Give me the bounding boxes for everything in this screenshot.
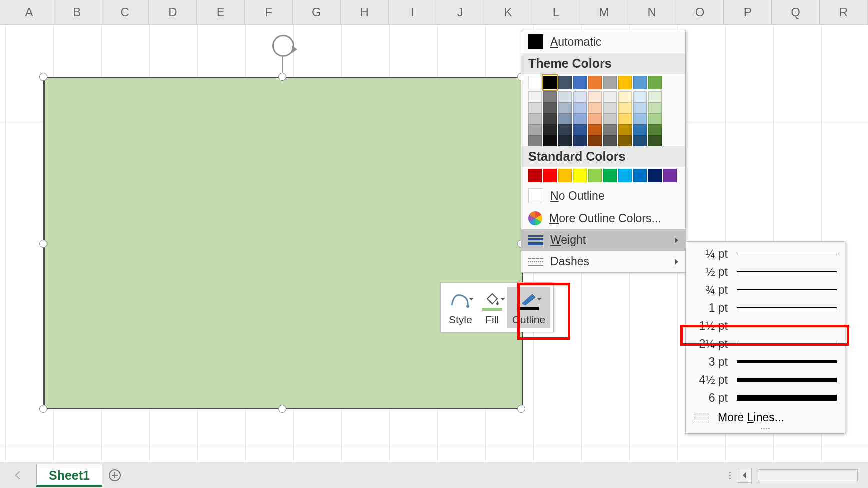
dashes-submenu-item[interactable]: Dashes [521,251,685,272]
color-swatch[interactable] [648,114,662,124]
color-swatch[interactable] [618,92,632,102]
color-swatch[interactable] [603,169,617,182]
col-header[interactable]: C [101,0,149,24]
color-swatch[interactable] [588,169,602,182]
color-swatch[interactable] [588,136,602,146]
add-sheet-button[interactable] [102,469,127,482]
automatic-color-item[interactable]: Automatic [521,30,685,54]
color-swatch[interactable] [633,102,647,114]
color-swatch[interactable] [648,76,662,90]
scroll-grip-icon[interactable] [729,472,731,480]
color-swatch[interactable] [603,76,617,90]
style-button[interactable]: Style [444,287,477,328]
color-swatch[interactable] [528,124,542,136]
color-swatch[interactable] [648,136,662,146]
fill-button[interactable]: Fill [477,287,507,328]
color-swatch[interactable] [618,114,632,124]
weight-option[interactable]: 3 pt [686,353,845,371]
col-header[interactable]: P [724,0,772,24]
col-header[interactable]: L [532,0,580,24]
weight-submenu-item[interactable]: Weight [521,230,685,251]
color-swatch[interactable] [558,169,572,182]
color-swatch[interactable] [603,102,617,114]
color-swatch[interactable] [633,76,647,90]
color-swatch[interactable] [558,124,572,136]
weight-option[interactable]: 1½ pt [686,317,845,335]
color-swatch[interactable] [558,92,572,102]
color-swatch[interactable] [603,92,617,102]
col-header[interactable]: M [580,0,628,24]
sheet-nav-arrow-icon[interactable] [0,472,36,480]
weight-option[interactable]: ¼ pt [686,245,845,263]
selection-handle[interactable] [278,405,286,413]
color-swatch[interactable] [543,169,557,182]
color-swatch[interactable] [588,102,602,114]
color-swatch[interactable] [588,92,602,102]
color-swatch[interactable] [573,124,587,136]
more-colors-item[interactable]: More Outline Colors... [521,208,685,230]
color-swatch[interactable] [633,92,647,102]
color-swatch[interactable] [558,102,572,114]
color-swatch[interactable] [633,136,647,146]
color-swatch[interactable] [633,124,647,136]
color-swatch[interactable] [573,102,587,114]
color-swatch[interactable] [528,136,542,146]
color-swatch[interactable] [528,76,542,90]
col-header[interactable]: H [341,0,389,24]
selection-handle[interactable] [39,73,47,81]
color-swatch[interactable] [558,136,572,146]
color-swatch[interactable] [573,114,587,124]
weight-option[interactable]: ½ pt [686,263,845,281]
color-swatch[interactable] [618,169,632,182]
color-swatch[interactable] [573,76,587,90]
color-swatch[interactable] [588,76,602,90]
col-header[interactable]: K [484,0,532,24]
color-swatch[interactable] [543,76,557,90]
more-lines-item[interactable]: More Lines... [686,407,845,425]
col-header[interactable]: A [5,0,53,24]
col-header[interactable]: I [389,0,437,24]
color-swatch[interactable] [618,124,632,136]
weight-option[interactable]: ¾ pt [686,281,845,299]
sheet-tab-active[interactable]: Sheet1 [36,464,102,487]
horizontal-scrollbar[interactable] [729,468,858,483]
color-swatch[interactable] [528,169,542,182]
weight-option[interactable]: 2¼ pt [686,335,845,353]
color-swatch[interactable] [573,92,587,102]
color-swatch[interactable] [663,169,677,182]
color-swatch[interactable] [558,114,572,124]
col-header[interactable]: G [293,0,341,24]
color-swatch[interactable] [543,114,557,124]
color-swatch[interactable] [588,114,602,124]
color-swatch[interactable] [528,92,542,102]
col-header[interactable]: O [676,0,724,24]
col-header[interactable]: J [436,0,484,24]
color-swatch[interactable] [543,102,557,114]
color-swatch[interactable] [543,124,557,136]
color-swatch[interactable] [648,102,662,114]
col-header[interactable]: N [628,0,676,24]
color-swatch[interactable] [588,124,602,136]
weight-option[interactable]: 1 pt [686,299,845,317]
color-swatch[interactable] [603,124,617,136]
weight-option[interactable]: 4½ pt [686,371,845,389]
no-outline-item[interactable]: No Outline [521,184,685,208]
col-header[interactable]: D [149,0,197,24]
scroll-track[interactable] [758,470,858,482]
col-header[interactable]: R [820,0,868,24]
selection-handle[interactable] [278,73,286,81]
color-swatch[interactable] [528,114,542,124]
color-swatch[interactable] [633,169,647,182]
color-swatch[interactable] [648,169,662,182]
color-swatch[interactable] [528,102,542,114]
selection-handle[interactable] [39,405,47,413]
color-swatch[interactable] [618,136,632,146]
color-swatch[interactable] [648,92,662,102]
col-header[interactable]: E [197,0,245,24]
color-swatch[interactable] [648,124,662,136]
selection-handle[interactable] [39,240,47,248]
col-header[interactable]: F [245,0,293,24]
color-swatch[interactable] [573,136,587,146]
selected-rectangle-shape[interactable] [43,77,523,410]
selection-handle[interactable] [517,405,525,413]
